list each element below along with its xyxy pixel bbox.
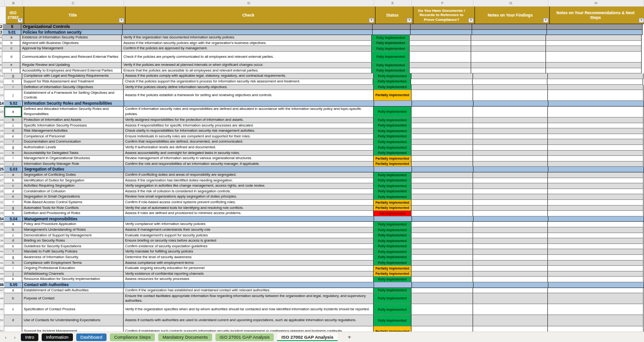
check-cell[interactable]: Confirm existence of security expectatio… [124, 244, 374, 250]
iso-ref-cell[interactable]: e [4, 194, 22, 200]
status-cell[interactable]: Fully Implemented [374, 134, 411, 140]
title-cell[interactable]: Support for Incident Management [22, 326, 124, 332]
status-cell[interactable]: Fully Implemented [372, 68, 410, 74]
iso-ref-cell[interactable]: c [4, 123, 22, 129]
iso-ref-cell[interactable]: i [4, 156, 22, 162]
status-cell[interactable]: Not Implemented [374, 211, 411, 216]
status-cell[interactable]: Fully Implemented [374, 139, 411, 145]
title-cell[interactable]: Definition of Information Security Objec… [22, 85, 124, 90]
header-findings[interactable]: Notes on Your Findings ▼ [475, 7, 550, 24]
check-cell[interactable]: Assess resources for security processes [124, 277, 374, 282]
findings-cell[interactable] [473, 183, 548, 189]
iso-ref-cell[interactable]: e [4, 244, 22, 250]
iso-ref-cell[interactable]: a [4, 172, 22, 178]
recommendations-cell[interactable] [548, 172, 644, 178]
column-header-g[interactable]: G [474, 0, 548, 6]
status-cell[interactable]: Fully Implemented [374, 85, 411, 90]
findings-cell[interactable] [473, 277, 548, 282]
recommendations-cell[interactable] [547, 79, 643, 85]
iso-ref-cell[interactable]: b [4, 178, 22, 184]
check-cell[interactable] [124, 167, 374, 172]
findings-cell[interactable] [473, 90, 548, 101]
documents-cell[interactable] [411, 79, 473, 85]
iso-ref-cell[interactable]: a [4, 222, 22, 227]
findings-cell[interactable] [473, 117, 548, 123]
documents-cell[interactable] [411, 139, 473, 145]
status-cell[interactable]: Fully Implemented [374, 145, 411, 151]
documents-cell[interactable] [411, 266, 473, 271]
documents-cell[interactable] [411, 24, 472, 30]
iso-ref-cell[interactable]: 5.04 [5, 216, 23, 222]
status-cell[interactable]: Fully Implemented [374, 261, 411, 266]
title-cell[interactable]: Risk Management Activities [22, 128, 124, 134]
check-cell[interactable]: Assess if the risk of collusion is consi… [124, 189, 374, 195]
column-header-c[interactable]: C [23, 0, 124, 6]
check-cell[interactable]: Confirm the role and responsibilities of… [124, 162, 374, 167]
filter-icon[interactable]: ▼ [543, 18, 548, 23]
findings-cell[interactable] [473, 194, 548, 200]
check-cell[interactable]: Check if the policies are properly commu… [122, 52, 372, 63]
documents-cell[interactable] [411, 293, 473, 304]
title-cell[interactable]: Establishment of a Framework for Setting… [22, 90, 124, 101]
tab-intro[interactable]: Intro [21, 333, 38, 341]
iso-ref-cell[interactable]: i [4, 85, 22, 90]
title-cell[interactable]: Existence of Information Security Polici… [20, 35, 122, 41]
findings-cell[interactable] [473, 288, 548, 294]
check-cell[interactable]: Assess if the policies comply with appli… [124, 73, 374, 79]
recommendations-cell[interactable] [548, 200, 644, 206]
documents-cell[interactable] [411, 277, 473, 282]
title-cell[interactable]: Management's Understanding of Roles [22, 227, 124, 233]
title-cell[interactable]: Compliance with Legal and Regulatory Req… [22, 73, 124, 79]
iso-ref-cell[interactable]: a [4, 107, 22, 117]
recommendations-cell[interactable] [548, 271, 644, 277]
documents-cell[interactable] [411, 211, 473, 216]
check-cell[interactable]: Verify if the policies are reviewed at p… [122, 63, 372, 68]
title-cell[interactable]: Use of Contacts for Understanding Expect… [22, 315, 124, 326]
status-cell[interactable]: Partially Implemented [374, 200, 411, 206]
documents-cell[interactable] [411, 178, 473, 184]
iso-ref-cell[interactable]: c [4, 183, 22, 189]
recommendations-cell[interactable] [546, 35, 642, 41]
recommendations-cell[interactable] [546, 68, 642, 74]
status-cell[interactable] [374, 282, 412, 288]
check-cell[interactable]: Evaluate management's support for securi… [124, 233, 374, 239]
title-cell[interactable]: Demonstration of Support by Management [22, 233, 124, 239]
findings-cell[interactable] [473, 211, 548, 216]
filter-icon[interactable]: ▼ [369, 18, 374, 23]
title-cell[interactable]: Guidelines for Security Expectations [22, 244, 124, 250]
findings-cell[interactable] [473, 255, 548, 261]
status-cell[interactable]: Fully Implemented [372, 52, 410, 63]
title-cell[interactable]: Compliance with Employment Terms [22, 261, 124, 266]
documents-cell[interactable] [412, 101, 474, 107]
findings-cell[interactable] [473, 266, 548, 271]
documents-cell[interactable] [410, 52, 471, 63]
documents-cell[interactable] [411, 73, 473, 79]
documents-cell[interactable] [412, 167, 474, 172]
check-cell[interactable]: Check clarity in responsibilities for in… [124, 128, 374, 134]
title-cell[interactable]: Policy and Procedure Application [22, 222, 124, 227]
check-cell[interactable]: Assess if contacts with authorities are … [124, 315, 374, 326]
corner-cell[interactable] [0, 0, 5, 6]
recommendations-cell[interactable] [548, 162, 644, 167]
title-cell[interactable]: Organizational Controls [21, 24, 123, 30]
status-cell[interactable]: Fully Implemented [374, 227, 411, 233]
documents-cell[interactable] [411, 156, 473, 162]
recommendations-cell[interactable] [548, 128, 644, 134]
filter-icon[interactable]: ▼ [407, 18, 412, 23]
iso-ref-cell[interactable]: j [4, 90, 22, 101]
iso-ref-cell[interactable]: 5.03 [5, 167, 23, 172]
check-cell[interactable]: Assess compliance with employment terms [124, 261, 374, 266]
status-cell[interactable]: Fully Implemented [374, 255, 411, 261]
documents-cell[interactable] [411, 134, 473, 140]
check-cell[interactable]: Assess if the policies establish a frame… [124, 90, 374, 101]
findings-cell[interactable] [473, 85, 548, 90]
check-cell[interactable]: Assess if the information security polic… [122, 41, 372, 46]
check-cell[interactable] [123, 30, 373, 36]
iso-ref-cell[interactable]: g [4, 255, 22, 261]
documents-cell[interactable] [411, 255, 473, 261]
title-cell[interactable]: Role-Based Access Control Systems [22, 200, 124, 206]
header-iso27002[interactable]: ISO 27002 ▼ [6, 7, 24, 24]
iso-ref-cell[interactable]: d [4, 189, 22, 195]
status-cell[interactable]: Fully Implemented [374, 293, 411, 304]
check-cell[interactable]: Verify mandate for fulfilling security p… [124, 249, 374, 255]
